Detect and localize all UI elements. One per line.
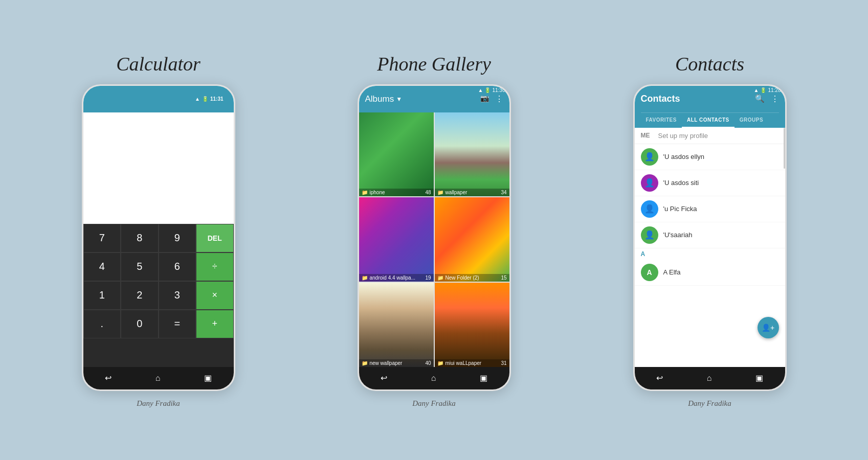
avatar-1: 👤 <box>641 148 658 166</box>
home-button-gallery[interactable]: ⌂ <box>431 374 436 383</box>
home-button-calc[interactable]: ⌂ <box>155 374 161 383</box>
btn-2[interactable]: 2 <box>121 281 159 310</box>
time-gallery: 11:30 <box>492 87 505 93</box>
contacts-header: ▲ 🔋 11:28 Contacts 🔍 ⋮ FAVORITES <box>635 86 785 128</box>
battery-contacts: 🔋 <box>760 87 766 93</box>
album-miui[interactable]: 📁 miui waLLpaper 31 <box>435 283 509 367</box>
scrollbar[interactable] <box>784 128 785 169</box>
tab-groups[interactable]: GROUPS <box>735 113 768 128</box>
album-label-newfolder: 📁 New Folder (2) 15 <box>435 274 509 282</box>
album-iphone[interactable]: 📁 iphone 48 <box>359 112 434 197</box>
gallery-header: Albums ▼ 📷 ⋮ ▲ 🔋 11:30 <box>359 86 509 112</box>
gallery-status-area: Albums ▼ 📷 ⋮ ▲ 🔋 11:30 <box>365 94 503 104</box>
contacts-app-title: Contacts <box>641 94 755 104</box>
btn-eq[interactable]: = <box>159 310 196 338</box>
setup-profile-text: Set up my profile <box>658 132 708 140</box>
avatar-3: 👤 <box>641 200 658 218</box>
battery-icon: 🔋 <box>202 96 208 102</box>
back-button-contacts[interactable]: ↩ <box>656 373 663 383</box>
albums-label: Albums <box>365 94 394 104</box>
btn-6[interactable]: 6 <box>159 252 196 281</box>
album-count-miui: 31 <box>501 360 506 366</box>
gallery-status-bar: ▲ 🔋 11:30 <box>474 86 509 95</box>
contact-name-4: 'U'saariah <box>663 231 693 239</box>
contact-item-4[interactable]: 👤 'U'saariah <box>635 222 785 248</box>
avatar-2: 👤 <box>641 174 658 192</box>
gallery-grid: 📁 iphone 48 📁 wallpaper 34 <box>359 112 509 367</box>
home-button-contacts[interactable]: ⌂ <box>707 374 712 383</box>
btn-0[interactable]: 0 <box>121 310 159 338</box>
album-thumb-android <box>359 197 434 282</box>
nav-bar-contacts: ↩ ⌂ ▣ <box>635 367 785 389</box>
album-android[interactable]: 📁 android 4.4 wallpa... 19 <box>359 197 434 282</box>
folder-icon-1: 📁 <box>362 190 368 195</box>
btn-7[interactable]: 7 <box>83 224 121 252</box>
tab-favorites[interactable]: FAVORITES <box>641 113 682 128</box>
folder-icon-2: 📁 <box>437 190 443 195</box>
recents-button-contacts[interactable]: ▣ <box>755 373 763 383</box>
album-count-newwallpaper: 40 <box>425 360 431 366</box>
album-newfolder[interactable]: 📁 New Folder (2) 15 <box>435 197 509 282</box>
contact-name-a: A Elfa <box>663 268 681 276</box>
contact-name-2: 'U asdos siti <box>663 179 699 187</box>
albums-selector[interactable]: Albums ▼ <box>365 94 480 104</box>
album-thumb-newwallpaper <box>359 283 434 367</box>
nav-bar-calc: ↩ ⌂ ▣ <box>83 367 234 389</box>
contact-item-1[interactable]: 👤 'U asdos ellyn <box>635 144 785 170</box>
album-label-newwallpaper: 📁 new wallpaper 40 <box>359 359 434 367</box>
btn-mul[interactable]: × <box>196 281 234 310</box>
calculator-credit: Dany Fradika <box>137 399 180 408</box>
contacts-me-row[interactable]: ME Set up my profile <box>635 128 785 144</box>
calculator-title: Calculator <box>116 53 201 75</box>
search-icon-contacts[interactable]: 🔍 <box>755 94 765 104</box>
time-calc: 11:31 <box>210 96 224 102</box>
calculator-keypad[interactable]: 7 8 9 DEL 4 5 6 ÷ 1 2 3 × . 0 = + <box>83 224 234 367</box>
album-newwallpaper[interactable]: 📁 new wallpaper 40 <box>359 283 434 367</box>
more-icon-gallery[interactable]: ⋮ <box>495 94 503 104</box>
camera-icon[interactable]: 📷 <box>480 94 489 104</box>
contact-item-2[interactable]: 👤 'U asdos siti <box>635 170 785 196</box>
album-name-wallpaper: wallpaper <box>446 190 468 195</box>
album-thumb-iphone <box>359 112 434 197</box>
album-count-newfolder: 15 <box>501 275 506 281</box>
gallery-phone: Albums ▼ 📷 ⋮ ▲ 🔋 11:30 <box>358 84 511 391</box>
btn-5[interactable]: 5 <box>121 252 159 281</box>
album-name-miui: miui waLLpaper <box>446 360 482 366</box>
tab-all-contacts[interactable]: ALL CONTACTS <box>682 113 735 128</box>
btn-del[interactable]: DEL <box>196 224 234 252</box>
gallery-header-left: Albums ▼ <box>365 94 480 104</box>
avatar-4: 👤 <box>641 226 658 244</box>
album-thumb-newfolder <box>435 197 509 282</box>
album-thumb-miui <box>435 283 509 367</box>
album-label-wallpaper: 📁 wallpaper 34 <box>435 189 509 196</box>
signal-icon: ▲ <box>195 96 200 102</box>
dropdown-icon[interactable]: ▼ <box>396 96 402 103</box>
signal-contacts: ▲ <box>754 87 759 93</box>
calculator-display <box>83 112 234 224</box>
more-icon-contacts[interactable]: ⋮ <box>771 94 779 104</box>
calculator-status-bar: ▲ 🔋 11:31 <box>83 86 234 112</box>
contacts-title: Contacts <box>675 53 744 75</box>
btn-add[interactable]: + <box>196 310 234 338</box>
contacts-screen: ▲ 🔋 11:28 Contacts 🔍 ⋮ FAVORITES <box>635 86 785 389</box>
contacts-credit: Dany Fradika <box>688 399 731 408</box>
calculator-section: Calculator ▲ 🔋 11:31 7 8 9 <box>82 53 235 408</box>
btn-dot[interactable]: . <box>83 310 121 338</box>
contact-item-a[interactable]: A A Elfa <box>635 260 785 286</box>
btn-9[interactable]: 9 <box>159 224 196 252</box>
btn-div[interactable]: ÷ <box>196 252 234 281</box>
btn-4[interactable]: 4 <box>83 252 121 281</box>
back-button-gallery[interactable]: ↩ <box>381 373 387 383</box>
btn-3[interactable]: 3 <box>159 281 196 310</box>
add-contact-fab[interactable]: 👤+ <box>758 317 779 338</box>
contact-item-3[interactable]: 👤 'u Pic Ficka <box>635 196 785 222</box>
album-label-miui: 📁 miui waLLpaper 31 <box>435 359 509 367</box>
status-info-contacts: ▲ 🔋 11:28 <box>750 86 785 95</box>
btn-1[interactable]: 1 <box>83 281 121 310</box>
contacts-status-bar: ▲ 🔋 11:28 <box>750 86 785 95</box>
recents-button-calc[interactable]: ▣ <box>204 373 212 383</box>
album-wallpaper[interactable]: 📁 wallpaper 34 <box>435 112 509 197</box>
back-button-calc[interactable]: ↩ <box>105 373 112 383</box>
recents-button-gallery[interactable]: ▣ <box>480 373 487 383</box>
btn-8[interactable]: 8 <box>121 224 159 252</box>
